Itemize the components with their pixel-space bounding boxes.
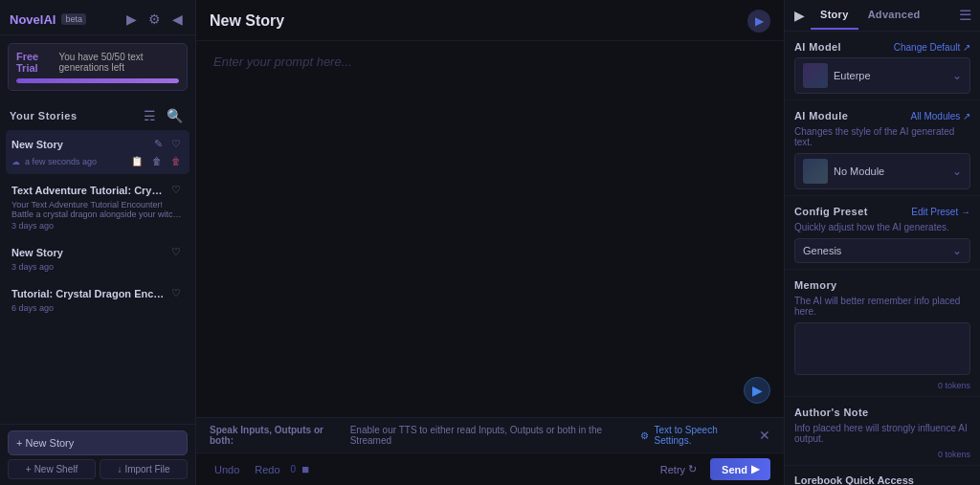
- sidebar-bottom: + New Story + New Shelf ↓ Import File: [0, 424, 195, 485]
- sidebar: NovelAI beta ▶ ⚙ ◀ Free Trial You have 5…: [0, 0, 196, 485]
- heart-icon-tutorial2[interactable]: ♡: [168, 285, 184, 301]
- all-modules-link[interactable]: All Modules ↗: [911, 111, 970, 121]
- main-header: New Story ▶: [196, 0, 784, 41]
- tab-advanced[interactable]: Advanced: [858, 1, 930, 30]
- config-preset-header: Config Preset Edit Preset →: [794, 206, 970, 217]
- tab-story-label: Story: [820, 9, 849, 20]
- config-preset-section: Config Preset Edit Preset → Quickly adju…: [785, 196, 980, 270]
- ai-module-select[interactable]: No Module ⌄: [794, 153, 970, 189]
- story-time-tutorial: 3 days ago: [11, 221, 184, 231]
- memory-textarea[interactable]: [794, 322, 970, 375]
- list-icon[interactable]: ☰: [954, 2, 976, 29]
- story-time-new2: 3 days ago: [11, 262, 184, 272]
- config-preset-desc: Quickly adjust how the AI generates.: [794, 222, 970, 232]
- ai-model-select[interactable]: Euterpe ⌄: [794, 57, 970, 94]
- arrow-left-icon[interactable]: ◀: [169, 10, 186, 29]
- memory-header: Memory: [794, 279, 970, 291]
- memory-section: Memory The AI will better remember info …: [785, 270, 980, 397]
- trial-info-text: You have 50/50 text generations left: [59, 52, 179, 73]
- lorebook-section: Lorebook Quick Access: [785, 466, 980, 485]
- right-panel: ▶ Story Advanced ☰ AI Model Change Defau…: [784, 0, 980, 485]
- edit-preset-link[interactable]: Edit Preset →: [911, 207, 970, 217]
- model-thumbnail: [803, 63, 828, 88]
- story-title-tutorial2: Tutorial: Crystal Dragon Encounter: [11, 288, 165, 299]
- config-preset-select[interactable]: Genesis ⌄: [794, 238, 970, 263]
- import-icon: ↓: [117, 464, 122, 474]
- arrow-right-icon[interactable]: ▶: [123, 10, 140, 29]
- thumbdown-icon[interactable]: 🗑: [149, 154, 165, 168]
- tts-bar: Speak Inputs, Outputs or both: Enable ou…: [196, 417, 784, 452]
- tab-story[interactable]: Story: [811, 1, 858, 30]
- new-shelf-label: New Shelf: [34, 464, 78, 474]
- copy-icon[interactable]: 📋: [128, 154, 145, 168]
- module-chevron-down-icon: ⌄: [952, 165, 962, 178]
- story-item-new-active[interactable]: New Story ✎ ♡ ☁ a few seconds ago 📋 🗑 🗑: [6, 130, 189, 174]
- ai-model-section: AI Model Change Default ↗ Euterpe ⌄: [785, 32, 980, 100]
- sidebar-footer: + New Shelf ↓ Import File: [8, 459, 188, 479]
- tts-header-icon[interactable]: ▶: [747, 10, 770, 33]
- new-shelf-button[interactable]: + New Shelf: [8, 459, 96, 479]
- config-preset-title: Config Preset: [794, 206, 868, 217]
- authors-note-token-count: 0 tokens: [794, 450, 970, 459]
- heart-icon-new2[interactable]: ♡: [168, 244, 184, 260]
- your-stories-label: Your Stories: [10, 110, 78, 121]
- trial-progress-fill: [16, 78, 179, 83]
- module-name: No Module: [834, 165, 947, 177]
- ai-model-header: AI Model Change Default ↗: [794, 41, 970, 53]
- tts-bar-bold-text: Speak Inputs, Outputs or both:: [210, 425, 345, 446]
- delete-icon[interactable]: 🗑: [168, 154, 184, 168]
- authors-note-section: Author's Note Info placed here will stro…: [785, 397, 980, 466]
- retry-button[interactable]: Retry ↻: [653, 460, 704, 478]
- story-title-new2: New Story: [11, 247, 165, 258]
- send-arrow-icon: ▶: [751, 463, 759, 475]
- story-item-new-2[interactable]: New Story ♡ 3 days ago: [6, 238, 189, 277]
- model-name: Euterpe: [834, 70, 947, 81]
- ai-model-title: AI Model: [794, 41, 841, 53]
- page-title: New Story: [210, 12, 747, 30]
- editor-placeholder: Enter your prompt here...: [213, 55, 767, 69]
- change-default-link[interactable]: Change Default ↗: [894, 42, 970, 53]
- footnote-icon[interactable]: ■: [301, 462, 309, 476]
- import-file-button[interactable]: ↓ Import File: [100, 459, 188, 479]
- memory-title: Memory: [794, 279, 837, 291]
- model-thumb-image: [803, 63, 828, 88]
- story-title-tutorial: Text Adventure Tutorial: Crystal Drago..…: [11, 185, 165, 196]
- main-content: New Story ▶ Enter your prompt here... ▶ …: [196, 0, 784, 485]
- ai-module-section: AI Module All Modules ↗ Changes the styl…: [785, 100, 980, 196]
- tts-settings-link[interactable]: Text to Speech Settings.: [655, 425, 753, 446]
- authors-note-header: Author's Note: [794, 407, 970, 418]
- heart-icon[interactable]: ♡: [168, 136, 184, 152]
- retry-label: Retry: [660, 464, 685, 475]
- tts-close-button[interactable]: ✕: [759, 428, 770, 443]
- shelf-icon: +: [26, 464, 32, 474]
- story-item-icons-active: ✎ ♡: [151, 136, 184, 152]
- tts-bar-text: Enable our TTS to either read Inputs, Ou…: [350, 425, 635, 446]
- redo-button[interactable]: Redo: [250, 461, 284, 478]
- play-icon[interactable]: ▶: [789, 0, 811, 31]
- authors-note-desc: Info placed here will strongly influence…: [794, 423, 970, 444]
- heart-icon-tutorial[interactable]: ♡: [168, 182, 184, 198]
- preset-chevron-down-icon: ⌄: [952, 244, 962, 257]
- undo-button[interactable]: Undo: [210, 461, 244, 478]
- story-excerpt-tutorial: Your Text Adventure Tutorial Encounter! …: [11, 200, 184, 219]
- stories-list: New Story ✎ ♡ ☁ a few seconds ago 📋 🗑 🗑 …: [0, 130, 195, 424]
- story-item-tutorial-crystal[interactable]: Text Adventure Tutorial: Crystal Drago..…: [6, 176, 189, 236]
- right-panel-tabs: ▶ Story Advanced ☰: [785, 0, 980, 32]
- story-item-tutorial-crystal-2[interactable]: Tutorial: Crystal Dragon Encounter ♡ 6 d…: [6, 279, 189, 319]
- story-title: New Story: [11, 139, 147, 150]
- module-thumbnail: [803, 159, 828, 184]
- lorebook-title: Lorebook Quick Access: [794, 474, 914, 485]
- settings-icon[interactable]: ⚙: [145, 10, 164, 29]
- edit-icon[interactable]: ✎: [151, 136, 166, 152]
- search-icon[interactable]: 🔍: [164, 106, 186, 125]
- free-trial-box: Free Trial You have 50/50 text generatio…: [8, 43, 188, 91]
- tts-bubble-icon[interactable]: ▶: [744, 377, 770, 404]
- tts-settings-icon-inline: ⚙: [640, 430, 649, 441]
- send-button[interactable]: Send ▶: [710, 458, 770, 480]
- new-story-button[interactable]: + New Story: [8, 430, 188, 455]
- editor-area[interactable]: Enter your prompt here... ▶: [196, 41, 784, 417]
- retry-icon: ↻: [688, 463, 697, 475]
- sidebar-header-icons: ▶ ⚙ ◀: [123, 10, 186, 29]
- filter-icon[interactable]: ☴: [141, 106, 159, 125]
- undo-count: 0: [291, 464, 297, 474]
